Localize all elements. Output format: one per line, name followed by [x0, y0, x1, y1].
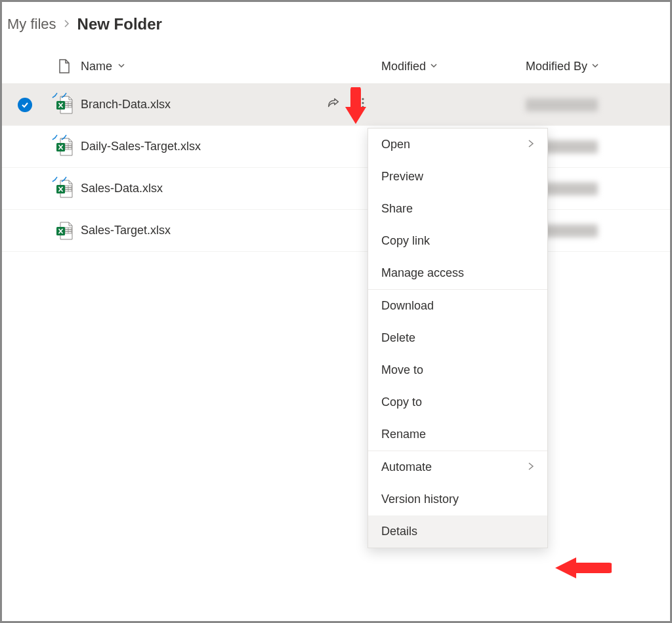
column-modified-label: Modified [381, 60, 426, 73]
chevron-down-icon [430, 62, 438, 71]
annotation-arrow-left [553, 555, 605, 581]
menu-item-label: Share [381, 202, 413, 216]
file-name[interactable]: Sales-Target.xlsx [81, 224, 171, 237]
excel-file-icon: ⟋⟋ [56, 137, 73, 157]
file-list: ⟋⟋ Branch-Data.xlsx⟋⟋ Daily-Sales-Target… [2, 84, 670, 252]
excel-file-icon [56, 221, 73, 241]
column-header-modified[interactable]: Modified [381, 60, 526, 73]
menu-item-label: Download [381, 299, 434, 313]
table-header: Name Modified Modified By [2, 53, 670, 84]
annotation-arrow-down [343, 87, 369, 127]
file-row[interactable]: ⟋⟋ Sales-Data.xlsx [2, 168, 670, 210]
file-row[interactable]: ⟋⟋ Daily-Sales-Target.xlsx [2, 126, 670, 168]
menu-item-label: Delete [381, 331, 415, 345]
menu-item-label: Version history [381, 492, 459, 506]
column-header-name[interactable]: Name [81, 60, 316, 73]
chevron-right-icon [528, 462, 534, 473]
modified-by-value [526, 98, 598, 111]
chevron-right-icon [528, 139, 534, 150]
sync-indicator-icon: ⟋⟋ [51, 90, 69, 100]
excel-file-icon: ⟋⟋ [56, 95, 73, 115]
file-row[interactable]: Sales-Target.xlsx [2, 210, 670, 252]
menu-item-label: Copy link [381, 234, 430, 248]
chevron-right-icon [63, 18, 71, 30]
menu-item-rename[interactable]: Rename [368, 418, 547, 451]
menu-item-open[interactable]: Open [368, 129, 547, 161]
menu-item-label: Preview [381, 170, 423, 184]
menu-item-share[interactable]: Share [368, 193, 547, 225]
menu-item-move-to[interactable]: Move to [368, 354, 547, 386]
column-modifiedby-label: Modified By [526, 60, 587, 73]
share-icon[interactable] [326, 96, 341, 113]
breadcrumb: My files New Folder [2, 2, 670, 53]
file-type-column-icon[interactable] [48, 58, 81, 74]
menu-item-label: Open [381, 138, 410, 151]
chevron-down-icon [117, 62, 125, 71]
breadcrumb-root[interactable]: My files [7, 16, 56, 33]
sync-indicator-icon: ⟋⟋ [51, 132, 69, 142]
file-row[interactable]: ⟋⟋ Branch-Data.xlsx [2, 84, 670, 126]
menu-item-automate[interactable]: Automate [368, 451, 547, 483]
breadcrumb-current[interactable]: New Folder [77, 15, 162, 33]
menu-item-manage-access[interactable]: Manage access [368, 257, 547, 289]
file-name[interactable]: Sales-Data.xlsx [81, 182, 163, 195]
column-header-modified-by[interactable]: Modified By [526, 60, 670, 73]
chevron-down-icon [591, 62, 599, 71]
menu-item-details[interactable]: Details [368, 515, 547, 548]
menu-item-copy-link[interactable]: Copy link [368, 225, 547, 257]
menu-item-label: Automate [381, 460, 432, 474]
menu-item-copy-to[interactable]: Copy to [368, 386, 547, 418]
checkmark-icon[interactable] [18, 98, 32, 112]
column-name-label: Name [81, 60, 112, 73]
menu-item-label: Details [381, 525, 417, 538]
menu-item-label: Copy to [381, 395, 422, 409]
menu-item-label: Rename [381, 428, 426, 441]
menu-item-delete[interactable]: Delete [368, 322, 547, 354]
excel-file-icon: ⟋⟋ [56, 179, 73, 199]
menu-item-download[interactable]: Download [368, 290, 547, 322]
context-menu: OpenPreviewShareCopy linkManage accessDo… [368, 128, 548, 548]
file-name[interactable]: Branch-Data.xlsx [81, 98, 171, 111]
file-name[interactable]: Daily-Sales-Target.xlsx [81, 140, 201, 153]
menu-item-preview[interactable]: Preview [368, 161, 547, 193]
menu-item-version-history[interactable]: Version history [368, 483, 547, 515]
menu-item-label: Move to [381, 363, 423, 377]
sync-indicator-icon: ⟋⟋ [51, 174, 69, 184]
menu-item-label: Manage access [381, 266, 464, 280]
